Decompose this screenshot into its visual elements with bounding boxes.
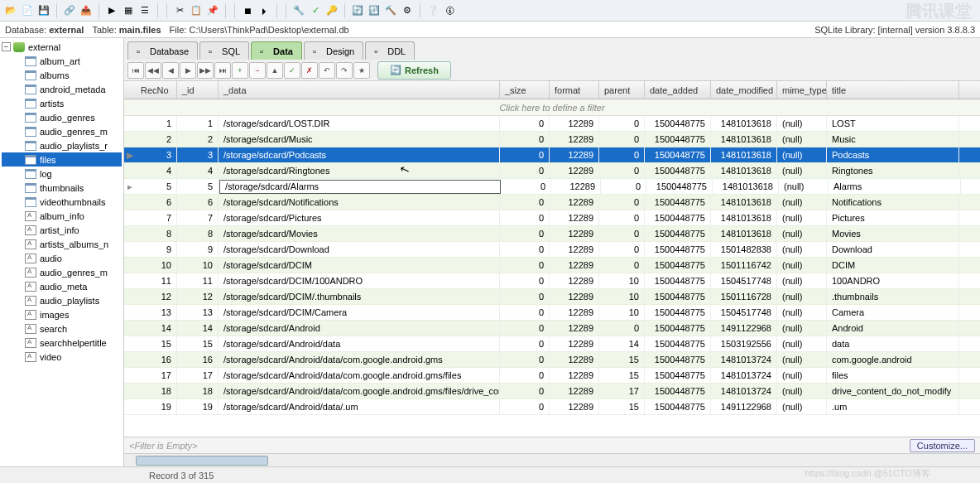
cell-size[interactable]: 0 — [500, 226, 550, 241]
cell-data[interactable]: /storage/sdcard/Notifications — [219, 195, 500, 210]
cancel-icon[interactable]: ✗ — [301, 62, 318, 79]
play-icon[interactable]: ⏵ — [257, 3, 271, 18]
cell-dateadded[interactable]: 1500448775 — [645, 210, 711, 225]
cell-size[interactable]: 0 — [500, 289, 550, 304]
cell-title[interactable]: DCIM — [827, 258, 959, 273]
cell-parent[interactable]: 0 — [599, 147, 645, 162]
cell-format[interactable]: 12289 — [550, 226, 599, 241]
minus-icon[interactable]: − — [2, 42, 11, 51]
tree-item[interactable]: audio_genres_m — [2, 124, 122, 138]
cell-dateadded[interactable]: 1500448775 — [645, 321, 711, 336]
tree-item[interactable]: artists_albums_n — [2, 237, 122, 251]
cell-recno[interactable]: 10 — [136, 258, 177, 273]
table-row[interactable]: 1212/storage/sdcard/DCIM/.thumbnails0122… — [124, 289, 980, 305]
cell-datemodified[interactable]: 1481013618 — [711, 210, 777, 225]
tools-icon[interactable]: 🔧 — [291, 3, 306, 18]
cell-title[interactable]: Ringtones — [827, 163, 959, 178]
cell-title[interactable]: Movies — [827, 226, 959, 241]
cell-datemodified[interactable]: 1503192556 — [711, 336, 777, 351]
cell-title[interactable]: Alarms — [829, 179, 961, 194]
bookmark-icon[interactable]: ★ — [353, 62, 370, 79]
cell-size[interactable]: 0 — [500, 163, 550, 178]
tab-sql[interactable]: ▫SQL — [199, 41, 249, 60]
cell-mime[interactable]: (null) — [777, 399, 827, 414]
cell-parent[interactable]: 0 — [599, 195, 645, 210]
cell-dateadded[interactable]: 1500448775 — [645, 226, 711, 241]
cell-id[interactable]: 14 — [177, 321, 219, 336]
cell-recno[interactable]: 2 — [136, 132, 177, 147]
cell-data[interactable]: /storage/sdcard/Pictures — [219, 210, 500, 225]
col-size[interactable]: _size — [500, 81, 550, 99]
cell-data[interactable]: /storage/sdcard/Android/data/.um — [219, 399, 500, 414]
cell-title[interactable]: Camera — [827, 305, 959, 320]
tab-ddl[interactable]: ▫DDL — [365, 41, 415, 60]
table-row[interactable]: 1818/storage/sdcard/Android/data/com.goo… — [124, 384, 980, 399]
cell-dateadded[interactable]: 1500448775 — [645, 384, 711, 398]
cell-parent[interactable]: 0 — [599, 242, 645, 257]
cell-mime[interactable]: (null) — [777, 132, 827, 147]
cell-format[interactable]: 12289 — [550, 352, 599, 367]
cell-data[interactable]: /storage/sdcard/Android/data/com.google.… — [219, 352, 500, 367]
tree-item[interactable]: audio_meta — [2, 279, 122, 293]
add-record-icon[interactable]: + — [232, 62, 248, 79]
cell-data[interactable]: /storage/sdcard/DCIM — [219, 258, 500, 273]
table-row[interactable]: 1111/storage/sdcard/DCIM/100ANDRO0122891… — [124, 273, 980, 289]
col-mimetype[interactable]: mime_type — [777, 81, 827, 99]
table-row[interactable]: 66/storage/sdcard/Notifications012289015… — [124, 195, 980, 210]
paste-icon[interactable]: 📌 — [205, 3, 220, 18]
cell-data-editing[interactable]: /storage/sdcard/Alarms — [219, 180, 501, 194]
cell-datemodified[interactable]: 1481013618 — [711, 132, 777, 147]
table-row[interactable]: 77/storage/sdcard/Pictures01228901500448… — [124, 210, 980, 226]
cell-data[interactable]: /storage/sdcard/Android/data/com.google.… — [219, 368, 500, 383]
stop-icon[interactable]: ⏹ — [240, 3, 255, 18]
cell-dateadded[interactable]: 1500448775 — [645, 163, 711, 178]
table-row[interactable]: 1313/storage/sdcard/DCIM/Camera012289101… — [124, 305, 980, 321]
cell-dateadded[interactable]: 1500448775 — [645, 195, 711, 210]
next-record-icon[interactable]: ▶ — [180, 62, 196, 79]
cell-data[interactable]: /storage/sdcard/Download — [219, 242, 500, 257]
cell-datemodified[interactable]: 1481013618 — [711, 226, 777, 241]
cell-mime[interactable]: (null) — [777, 147, 827, 162]
cell-size[interactable]: 0 — [500, 242, 550, 257]
table-row[interactable]: 99/storage/sdcard/Download01228901500448… — [124, 242, 980, 258]
cell-datemodified[interactable]: 1501482838 — [711, 242, 777, 257]
run-icon[interactable]: ▶ — [104, 3, 119, 18]
cell-title[interactable]: files — [827, 368, 959, 383]
cell-datemodified[interactable]: 1481013724 — [711, 352, 777, 367]
cell-recno[interactable]: 12 — [136, 289, 177, 304]
cell-mime[interactable]: (null) — [777, 210, 827, 225]
tree-item[interactable]: audio_playlists — [2, 293, 122, 307]
redo-icon[interactable]: ↷ — [336, 62, 353, 79]
cell-id[interactable]: 11 — [177, 273, 219, 288]
prev-page-icon[interactable]: ◀◀ — [145, 62, 161, 79]
cell-recno[interactable]: 5 — [136, 179, 177, 194]
cell-mime[interactable]: (null) — [777, 273, 827, 288]
cell-recno[interactable]: 17 — [136, 368, 177, 383]
tree-item[interactable]: audio_genres_m — [2, 265, 122, 279]
cell-format[interactable]: 12289 — [550, 399, 599, 414]
cell-data[interactable]: /storage/sdcard/Android/data/com.google.… — [219, 384, 500, 398]
cell-mime[interactable]: (null) — [777, 242, 827, 257]
cell-id[interactable]: 5 — [177, 179, 219, 194]
cell-mime[interactable]: (null) — [777, 352, 827, 367]
cell-title[interactable]: drive_content_do_not_modify — [827, 384, 959, 398]
undo-icon[interactable]: ↶ — [319, 62, 335, 79]
cell-recno[interactable]: 11 — [136, 273, 177, 288]
tab-database[interactable]: ▫Database — [127, 41, 198, 60]
cell-recno[interactable]: 3 — [136, 147, 177, 162]
cell-recno[interactable]: 6 — [136, 195, 177, 210]
cell-parent[interactable]: 10 — [599, 289, 645, 304]
cell-data[interactable]: /storage/sdcard/Android/data — [219, 336, 500, 351]
col-parent[interactable]: parent — [599, 81, 645, 99]
tree-item[interactable]: images — [2, 307, 122, 321]
cell-dateadded[interactable]: 1500448775 — [645, 399, 711, 414]
first-record-icon[interactable]: ⏮ — [127, 62, 144, 79]
tree-item[interactable]: files — [2, 152, 122, 167]
customize-button[interactable]: Customize... — [910, 439, 975, 452]
cell-data[interactable]: /storage/sdcard/DCIM/.thumbnails — [219, 289, 500, 304]
save-icon[interactable]: 💾 — [36, 3, 51, 18]
last-record-icon[interactable]: ⏭ — [214, 62, 231, 79]
tree-item[interactable]: android_metada — [2, 82, 122, 96]
cell-datemodified[interactable]: 1481013618 — [711, 163, 777, 178]
cell-parent[interactable]: 14 — [599, 336, 645, 351]
